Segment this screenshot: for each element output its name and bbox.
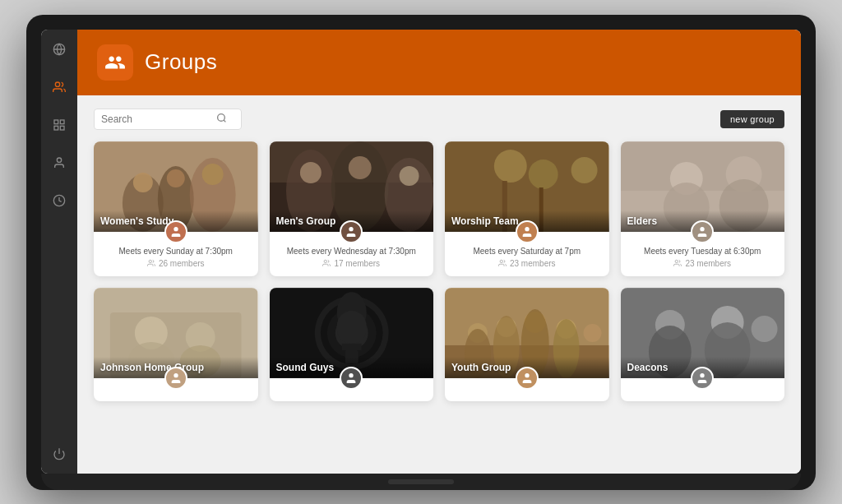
sidebar-icon-grid[interactable] bbox=[48, 113, 71, 136]
group-card-elders[interactable]: Elders Meets every Tuesday at 6:30pm 23 … bbox=[621, 141, 785, 276]
group-card-avatar bbox=[94, 367, 258, 390]
header-icon-box bbox=[97, 44, 133, 81]
svg-point-32 bbox=[325, 260, 327, 262]
group-meets: Meets every Saturday at 7pm bbox=[451, 247, 603, 256]
group-card-avatar bbox=[621, 220, 785, 243]
group-card-avatar bbox=[621, 367, 785, 390]
group-card-image: Women's Study bbox=[94, 141, 258, 232]
laptop-frame: Groups new group bbox=[26, 15, 816, 490]
sidebar-icon-globe[interactable] bbox=[48, 38, 71, 61]
svg-rect-5 bbox=[54, 126, 58, 130]
screen: Groups new group bbox=[41, 30, 801, 474]
group-card-image: Youth Group bbox=[445, 288, 609, 378]
avatar bbox=[516, 220, 539, 243]
group-members: 26 members bbox=[100, 259, 252, 268]
avatar bbox=[164, 367, 187, 390]
group-card-info: Meets every Sunday at 7:30pm 26 members bbox=[94, 243, 258, 276]
sidebar-icon-clock[interactable] bbox=[48, 189, 71, 212]
group-card-image: Elders bbox=[621, 141, 785, 232]
group-members: 23 members bbox=[451, 259, 603, 268]
group-card-women's-study[interactable]: Women's Study Meets every Sunday at 7:30… bbox=[94, 141, 258, 276]
svg-point-41 bbox=[500, 260, 502, 262]
svg-point-21 bbox=[149, 260, 151, 262]
laptop-bottom bbox=[41, 474, 801, 490]
group-card-deacons[interactable]: Deacons bbox=[621, 288, 785, 401]
group-card-men's-group[interactable]: Men's Group Meets every Wednesday at 7:3… bbox=[270, 141, 434, 276]
group-card-image: Worship Team bbox=[445, 141, 609, 232]
group-card-info bbox=[270, 390, 434, 401]
svg-point-90 bbox=[701, 373, 705, 377]
group-card-info: Meets every Tuesday at 6:30pm 23 members bbox=[621, 243, 785, 276]
group-meets: Meets every Wednesday at 7:30pm bbox=[276, 247, 428, 256]
group-card-worship-team[interactable]: Worship Team Meets every Saturday at 7pm… bbox=[445, 141, 609, 276]
svg-point-49 bbox=[701, 227, 705, 231]
avatar bbox=[340, 220, 363, 243]
svg-line-11 bbox=[224, 120, 225, 122]
group-card-sound-guys[interactable]: Sound Guys bbox=[270, 288, 434, 401]
group-members: 23 members bbox=[627, 259, 779, 268]
avatar bbox=[691, 367, 714, 390]
toolbar: new group bbox=[94, 109, 784, 130]
svg-rect-3 bbox=[54, 120, 58, 124]
avatar bbox=[340, 367, 363, 390]
svg-point-20 bbox=[173, 227, 178, 231]
group-card-info bbox=[445, 390, 609, 401]
svg-point-58 bbox=[173, 373, 178, 377]
group-card-avatar bbox=[445, 367, 609, 390]
new-group-button[interactable]: new group bbox=[720, 110, 784, 128]
laptop-chin bbox=[388, 479, 454, 484]
avatar bbox=[691, 220, 714, 243]
group-card-info: Meets every Saturday at 7pm 23 members bbox=[445, 243, 609, 276]
svg-point-50 bbox=[676, 260, 678, 262]
search-input[interactable] bbox=[101, 113, 216, 125]
group-card-image: Men's Group bbox=[270, 141, 434, 232]
svg-point-2 bbox=[55, 82, 59, 86]
main-content: Groups new group bbox=[77, 30, 801, 474]
sidebar bbox=[41, 30, 77, 474]
svg-point-31 bbox=[349, 227, 354, 231]
svg-rect-4 bbox=[60, 120, 64, 124]
group-card-avatar bbox=[270, 367, 434, 390]
svg-point-82 bbox=[525, 373, 529, 377]
group-card-image: Johnson Home Group bbox=[94, 288, 258, 378]
group-card-info bbox=[621, 390, 785, 401]
group-card-youth-group[interactable]: Youth Group bbox=[445, 288, 609, 401]
group-card-info bbox=[94, 390, 258, 401]
page-title: Groups bbox=[145, 49, 217, 75]
group-meets: Meets every Tuesday at 6:30pm bbox=[627, 247, 779, 256]
group-card-avatar bbox=[445, 220, 609, 243]
svg-rect-6 bbox=[60, 126, 64, 130]
svg-point-40 bbox=[525, 227, 529, 231]
avatar bbox=[516, 367, 539, 390]
group-card-johnson-home-group[interactable]: Johnson Home Group bbox=[94, 288, 258, 401]
group-card-image: Deacons bbox=[621, 288, 785, 378]
search-icon bbox=[216, 113, 227, 126]
svg-point-7 bbox=[57, 158, 61, 162]
sidebar-icon-user[interactable] bbox=[48, 151, 71, 174]
svg-point-10 bbox=[218, 113, 225, 121]
search-bar[interactable] bbox=[94, 109, 242, 130]
sidebar-icon-people[interactable] bbox=[48, 76, 71, 99]
group-members: 17 members bbox=[276, 259, 428, 268]
svg-point-69 bbox=[349, 373, 354, 377]
group-card-avatar bbox=[270, 220, 434, 243]
sidebar-icon-power[interactable] bbox=[48, 442, 71, 465]
groups-grid: Women's Study Meets every Sunday at 7:30… bbox=[94, 141, 784, 401]
content-area: new group Women's Study Meets every Sund… bbox=[77, 95, 801, 474]
group-card-info: Meets every Wednesday at 7:30pm 17 membe… bbox=[270, 243, 434, 276]
avatar bbox=[164, 220, 187, 243]
header: Groups bbox=[77, 30, 801, 95]
group-card-image: Sound Guys bbox=[270, 288, 434, 378]
group-meets: Meets every Sunday at 7:30pm bbox=[100, 247, 252, 256]
group-card-avatar bbox=[94, 220, 258, 243]
